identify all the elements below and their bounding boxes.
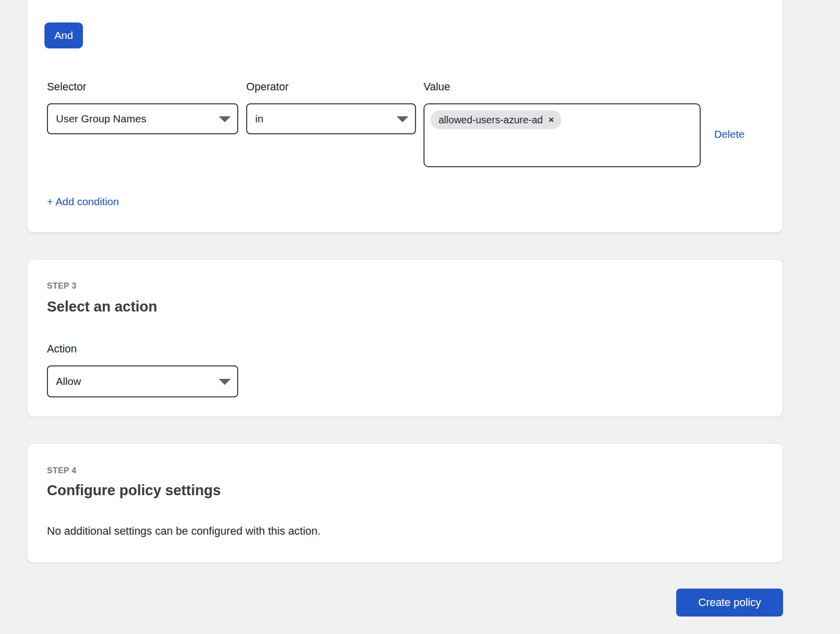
- value-tag-text: allowed-users-azure-ad: [438, 114, 543, 126]
- action-select[interactable]: Allow: [47, 365, 238, 397]
- selector-select[interactable]: User Group Names: [47, 103, 238, 134]
- step3-title: Select an action: [47, 298, 157, 315]
- delete-condition-link[interactable]: Delete: [714, 128, 745, 141]
- step4-title: Configure policy settings: [47, 482, 221, 499]
- value-tag: allowed-users-azure-ad ✕: [430, 110, 561, 129]
- action-select-value: Allow: [56, 375, 81, 387]
- create-policy-button[interactable]: Create policy: [676, 589, 783, 617]
- operator-label: Operator: [246, 80, 289, 93]
- operator-select-value: in: [255, 113, 263, 125]
- selector-select-value: User Group Names: [56, 113, 146, 125]
- action-label: Action: [47, 342, 77, 355]
- remove-tag-icon[interactable]: ✕: [548, 116, 554, 123]
- selector-label: Selector: [47, 80, 86, 93]
- and-button[interactable]: And: [44, 22, 83, 48]
- operator-select[interactable]: in: [246, 103, 416, 134]
- add-condition-link[interactable]: + Add condition: [47, 195, 119, 208]
- step4-description: No additional settings can be configured…: [47, 524, 321, 538]
- chevron-down-icon: [219, 379, 231, 385]
- chevron-down-icon: [219, 116, 231, 122]
- step4-label: STEP 4: [47, 466, 76, 475]
- step4-card: [27, 443, 783, 563]
- value-multiselect-input[interactable]: allowed-users-azure-ad ✕: [423, 103, 701, 167]
- chevron-down-icon: [397, 116, 409, 122]
- step3-label: STEP 3: [47, 281, 76, 290]
- value-label: Value: [423, 80, 450, 93]
